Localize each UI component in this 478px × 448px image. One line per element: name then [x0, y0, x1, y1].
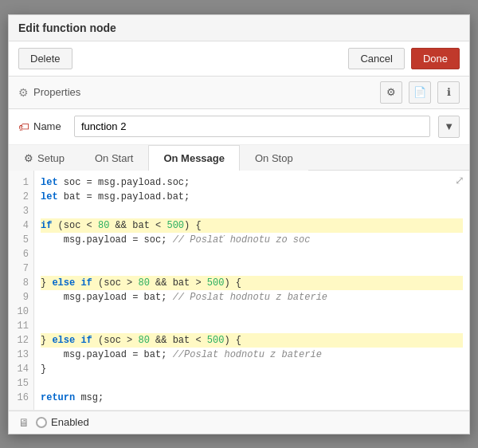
code-line-6: [41, 247, 463, 261]
code-line-16: return msg;: [41, 391, 463, 405]
setup-gear-icon: ⚙: [24, 152, 33, 164]
tab-on-message[interactable]: On Message: [148, 145, 240, 171]
enabled-radio-circle[interactable]: [36, 417, 47, 428]
code-line-8: } else if (soc > 80 && bat > 500) {: [41, 276, 463, 290]
code-line-4: if (soc < 80 && bat < 500) {: [41, 218, 463, 233]
tab-on-message-label: On Message: [163, 152, 225, 164]
dialog-footer: 🖥 Enabled: [9, 411, 469, 434]
dialog-toolbar: Delete Cancel Done: [9, 41, 469, 77]
tabs-bar: ⚙ Setup On Start On Message On Stop: [9, 145, 469, 171]
code-line-7: [41, 261, 463, 276]
code-line-11: [41, 319, 463, 333]
code-line-5: msg.payload = soc; // Poslať hodnotu zo …: [41, 233, 463, 247]
properties-gear-icon: ⚙: [18, 86, 29, 99]
tab-on-stop[interactable]: On Stop: [240, 145, 308, 171]
properties-settings-icon-btn[interactable]: ⚙: [380, 81, 402, 104]
delete-button[interactable]: Delete: [18, 48, 72, 69]
properties-label: ⚙ Properties: [18, 86, 80, 99]
name-input[interactable]: [74, 116, 430, 137]
code-line-13: msg.payload = bat; //Poslat hodnotu z ba…: [41, 348, 463, 362]
tab-on-start-label: On Start: [95, 152, 133, 164]
tab-setup[interactable]: ⚙ Setup: [9, 145, 80, 171]
edit-function-dialog: Edit function node Delete Cancel Done ⚙ …: [8, 14, 470, 434]
dialog-title: Edit function node: [9, 15, 469, 41]
tag-icon: 🏷: [18, 120, 29, 133]
name-label: 🏷 Name: [18, 120, 66, 133]
name-options-btn[interactable]: ▼: [438, 116, 460, 138]
code-line-3: [41, 204, 463, 218]
code-line-14: }: [41, 362, 463, 376]
code-line-1: let soc = msg.payload.soc;: [41, 175, 463, 190]
properties-doc-icon-btn[interactable]: 📄: [409, 81, 431, 104]
properties-text: Properties: [33, 86, 80, 98]
code-line-9: msg.payload = bat; // Poslat hodnotu z b…: [41, 290, 463, 305]
code-line-15: [41, 376, 463, 391]
tab-setup-label: Setup: [37, 152, 65, 164]
code-content[interactable]: let soc = msg.payload.soc;let bat = msg.…: [34, 171, 469, 410]
expand-icon[interactable]: ⤢: [455, 174, 464, 187]
properties-bar: ⚙ Properties ⚙ 📄 ℹ: [9, 77, 469, 109]
code-line-10: [41, 305, 463, 319]
code-editor[interactable]: 1 2 3 4 5 6 7 8 9 10 11 12 13 14 15 16 l…: [9, 171, 469, 411]
enabled-radio[interactable]: Enabled: [36, 416, 89, 428]
cancel-button[interactable]: Cancel: [348, 48, 404, 69]
footer-monitor-icon: 🖥: [18, 416, 29, 429]
code-line-2: let bat = msg.payload.bat;: [41, 190, 463, 204]
done-button[interactable]: Done: [411, 48, 460, 69]
properties-info-icon-btn[interactable]: ℹ: [437, 81, 460, 104]
tab-on-start[interactable]: On Start: [80, 145, 148, 171]
name-row: 🏷 Name ▼: [9, 109, 469, 145]
tab-on-stop-label: On Stop: [255, 152, 293, 164]
line-numbers: 1 2 3 4 5 6 7 8 9 10 11 12 13 14 15 16: [9, 171, 34, 410]
code-line-12: } else if (soc > 80 && bat < 500) {: [41, 333, 463, 348]
name-label-text: Name: [33, 120, 61, 132]
enabled-label: Enabled: [51, 416, 89, 428]
